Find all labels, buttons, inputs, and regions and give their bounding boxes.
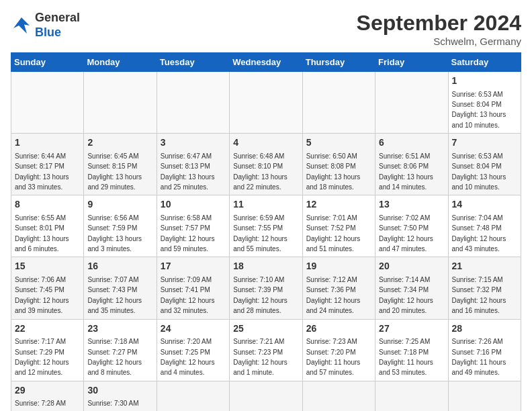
- day-info: Sunrise: 7:01 AMSunset: 7:52 PMDaylight:…: [306, 214, 361, 253]
- day-number: 21: [452, 260, 517, 273]
- logo: General Blue: [11, 11, 80, 40]
- day-info: Sunrise: 7:25 AMSunset: 7:18 PMDaylight:…: [379, 338, 433, 376]
- day-number: 30: [87, 384, 152, 398]
- day-info: Sunrise: 6:56 AMSunset: 7:59 PMDaylight:…: [87, 214, 142, 253]
- calendar-cell: 1Sunrise: 6:53 AMSunset: 8:04 PMDaylight…: [448, 72, 521, 134]
- calendar-cell: 8Sunrise: 6:55 AMSunset: 8:01 PMDaylight…: [11, 195, 84, 257]
- page-header: General Blue September 2024 Schwelm, Ger…: [11, 11, 521, 47]
- day-number: 25: [233, 322, 298, 336]
- day-info: Sunrise: 7:07 AMSunset: 7:43 PMDaylight:…: [87, 276, 142, 314]
- svg-marker-0: [13, 17, 30, 34]
- day-info: Sunrise: 7:21 AMSunset: 7:23 PMDaylight:…: [233, 338, 287, 376]
- day-number: 6: [379, 136, 444, 150]
- day-number: 14: [452, 198, 517, 212]
- calendar-cell: 19Sunrise: 7:12 AMSunset: 7:36 PMDayligh…: [302, 257, 375, 319]
- calendar-cell: 14Sunrise: 7:04 AMSunset: 7:48 PMDayligh…: [448, 195, 521, 257]
- header-friday: Friday: [375, 53, 448, 72]
- day-info: Sunrise: 7:17 AMSunset: 7:29 PMDaylight:…: [15, 338, 69, 376]
- calendar-cell: [302, 381, 375, 411]
- calendar-cell: 28Sunrise: 7:26 AMSunset: 7:16 PMDayligh…: [448, 319, 521, 381]
- day-number: 4: [233, 136, 298, 150]
- calendar-week-row: 8Sunrise: 6:55 AMSunset: 8:01 PMDaylight…: [11, 195, 521, 257]
- day-number: 24: [161, 322, 226, 336]
- day-number: 16: [87, 260, 152, 273]
- calendar-cell: 11Sunrise: 6:59 AMSunset: 7:55 PMDayligh…: [230, 195, 302, 257]
- calendar-cell: 1Sunrise: 6:44 AMSunset: 8:17 PMDaylight…: [11, 134, 84, 195]
- calendar-cell: [302, 72, 375, 134]
- calendar-cell: 4Sunrise: 6:48 AMSunset: 8:10 PMDaylight…: [230, 134, 302, 195]
- header-saturday: Saturday: [448, 53, 521, 72]
- day-info: Sunrise: 6:44 AMSunset: 8:17 PMDaylight:…: [15, 152, 69, 191]
- calendar-cell: [448, 381, 521, 411]
- header-monday: Monday: [84, 53, 157, 72]
- calendar-cell: [230, 72, 302, 134]
- day-number: 7: [452, 136, 517, 150]
- day-info: Sunrise: 6:59 AMSunset: 7:55 PMDaylight:…: [233, 214, 287, 253]
- day-info: Sunrise: 7:04 AMSunset: 7:48 PMDaylight:…: [452, 214, 506, 253]
- calendar-week-row: 22Sunrise: 7:17 AMSunset: 7:29 PMDayligh…: [11, 319, 521, 381]
- calendar-cell: 6Sunrise: 6:51 AMSunset: 8:06 PMDaylight…: [375, 134, 448, 195]
- calendar-week-row: 1Sunrise: 6:53 AMSunset: 8:04 PMDaylight…: [11, 72, 521, 134]
- day-info: Sunrise: 7:02 AMSunset: 7:50 PMDaylight:…: [379, 214, 433, 253]
- calendar-cell: 12Sunrise: 7:01 AMSunset: 7:52 PMDayligh…: [302, 195, 375, 257]
- day-number: 27: [379, 322, 444, 336]
- day-number: 28: [452, 322, 517, 336]
- calendar-cell: 21Sunrise: 7:15 AMSunset: 7:32 PMDayligh…: [448, 257, 521, 319]
- day-number: 12: [306, 198, 371, 212]
- calendar-cell: 16Sunrise: 7:07 AMSunset: 7:43 PMDayligh…: [84, 257, 157, 319]
- day-info: Sunrise: 7:26 AMSunset: 7:16 PMDaylight:…: [452, 338, 506, 376]
- day-info: Sunrise: 6:58 AMSunset: 7:57 PMDaylight:…: [161, 214, 215, 253]
- logo-icon: [11, 15, 32, 36]
- day-number: 2: [87, 136, 152, 150]
- month-title: September 2024: [357, 11, 521, 36]
- day-number: 22: [15, 322, 80, 336]
- day-number: 15: [15, 260, 80, 273]
- calendar-week-row: 29Sunrise: 7:28 AMSunset: 7:13 PMDayligh…: [11, 381, 521, 411]
- title-block: September 2024 Schwelm, Germany: [357, 11, 521, 47]
- calendar-cell: 23Sunrise: 7:18 AMSunset: 7:27 PMDayligh…: [84, 319, 157, 381]
- calendar-cell: 15Sunrise: 7:06 AMSunset: 7:45 PMDayligh…: [11, 257, 84, 319]
- header-wednesday: Wednesday: [230, 53, 302, 72]
- calendar-cell: [157, 381, 229, 411]
- day-number: 20: [379, 260, 444, 273]
- calendar-cell: [157, 72, 229, 134]
- calendar-cell: 24Sunrise: 7:20 AMSunset: 7:25 PMDayligh…: [157, 319, 229, 381]
- day-info: Sunrise: 7:14 AMSunset: 7:34 PMDaylight:…: [379, 276, 433, 314]
- day-info: Sunrise: 6:53 AMSunset: 8:04 PMDaylight:…: [452, 91, 506, 129]
- calendar-cell: 20Sunrise: 7:14 AMSunset: 7:34 PMDayligh…: [375, 257, 448, 319]
- day-number: 10: [161, 198, 226, 212]
- calendar-cell: [375, 72, 448, 134]
- location-subtitle: Schwelm, Germany: [357, 36, 521, 47]
- calendar-cell: 9Sunrise: 6:56 AMSunset: 7:59 PMDaylight…: [84, 195, 157, 257]
- day-number: 9: [87, 198, 152, 212]
- calendar-body: 1Sunrise: 6:53 AMSunset: 8:04 PMDaylight…: [11, 72, 521, 412]
- calendar-cell: 17Sunrise: 7:09 AMSunset: 7:41 PMDayligh…: [157, 257, 229, 319]
- day-number: 1: [15, 136, 80, 150]
- day-number: 8: [15, 198, 80, 212]
- day-number: 11: [233, 198, 298, 212]
- calendar-cell: [375, 381, 448, 411]
- day-info: Sunrise: 6:47 AMSunset: 8:13 PMDaylight:…: [161, 152, 215, 191]
- day-info: Sunrise: 6:53 AMSunset: 8:04 PMDaylight:…: [452, 152, 506, 191]
- day-info: Sunrise: 7:28 AMSunset: 7:13 PMDaylight:…: [15, 400, 69, 411]
- header-sunday: Sunday: [11, 53, 84, 72]
- day-info: Sunrise: 7:30 AMSunset: 7:11 PMDaylight:…: [87, 400, 142, 411]
- calendar-cell: 29Sunrise: 7:28 AMSunset: 7:13 PMDayligh…: [11, 381, 84, 411]
- header-tuesday: Tuesday: [157, 53, 229, 72]
- calendar-cell: 27Sunrise: 7:25 AMSunset: 7:18 PMDayligh…: [375, 319, 448, 381]
- calendar-week-row: 1Sunrise: 6:44 AMSunset: 8:17 PMDaylight…: [11, 134, 521, 195]
- day-info: Sunrise: 7:06 AMSunset: 7:45 PMDaylight:…: [15, 276, 69, 314]
- calendar-cell: 25Sunrise: 7:21 AMSunset: 7:23 PMDayligh…: [230, 319, 302, 381]
- day-info: Sunrise: 7:20 AMSunset: 7:25 PMDaylight:…: [161, 338, 215, 376]
- day-number: 18: [233, 260, 298, 273]
- day-number: 19: [306, 260, 371, 273]
- day-info: Sunrise: 6:50 AMSunset: 8:08 PMDaylight:…: [306, 152, 361, 191]
- calendar-header-row: SundayMondayTuesdayWednesdayThursdayFrid…: [11, 53, 521, 72]
- calendar-cell: [84, 72, 157, 134]
- day-info: Sunrise: 6:48 AMSunset: 8:10 PMDaylight:…: [233, 152, 287, 191]
- calendar-cell: 30Sunrise: 7:30 AMSunset: 7:11 PMDayligh…: [84, 381, 157, 411]
- day-number: 23: [87, 322, 152, 336]
- day-number: 13: [379, 198, 444, 212]
- day-info: Sunrise: 6:55 AMSunset: 8:01 PMDaylight:…: [15, 214, 69, 253]
- calendar-cell: [230, 381, 302, 411]
